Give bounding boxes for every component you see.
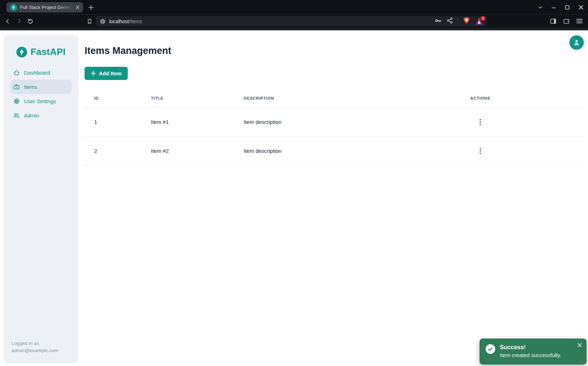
user-icon [572, 38, 581, 47]
sidebar-nav: Dashboard Items User Settings [4, 65, 78, 122]
toolbar-bottom-strip [0, 28, 588, 30]
brand-logo: FastAPI [4, 46, 78, 57]
url-path: /items [129, 19, 142, 24]
maximize-icon[interactable] [564, 5, 570, 10]
minimize-icon[interactable] [551, 5, 557, 10]
column-header-description: DESCRIPTION [244, 96, 470, 107]
key-icon[interactable] [435, 17, 442, 26]
sidebar-panel-icon[interactable] [549, 17, 557, 25]
brand-name: FastAPI [30, 46, 65, 57]
lightning-bolt-icon [16, 47, 27, 57]
table-header-row: ID TITLE DESCRIPTION ACTIONS [85, 96, 584, 107]
tab-title: Full Stack Project Genera [20, 5, 75, 10]
lightning-bolt-favicon-icon [10, 4, 17, 11]
column-header-id: ID [85, 96, 151, 107]
sidebar-item-user-settings[interactable]: User Settings [10, 94, 72, 108]
wallet-icon[interactable] [563, 17, 570, 25]
table-row: 2 Item #2 Item description [85, 136, 584, 165]
close-icon [577, 343, 582, 347]
page-title: Items Management [85, 30, 584, 56]
window-controls [537, 0, 584, 15]
kebab-menu-icon [480, 119, 481, 125]
logged-in-label: Logged in as: [11, 340, 75, 347]
sidebar-item-dashboard[interactable]: Dashboard [10, 65, 72, 80]
kebab-menu-icon [480, 148, 481, 154]
site-info-icon[interactable] [100, 19, 106, 24]
toast-text: Success! Item created successfully. [500, 343, 561, 360]
home-icon [13, 69, 20, 76]
cell-description: Item description [244, 136, 470, 165]
cell-title: Item #2 [151, 136, 244, 165]
rewards-notification-badge: 1 [481, 16, 485, 21]
gear-icon [13, 98, 20, 105]
table-row: 1 Item #1 Item description [85, 107, 584, 136]
address-bar-actions: 1 [435, 16, 483, 26]
url-host: localhost [109, 19, 129, 24]
toast-title: Success! [500, 343, 561, 351]
brave-rewards-icon[interactable]: 1 [475, 17, 483, 25]
briefcase-icon [13, 84, 20, 90]
close-window-icon[interactable] [578, 5, 584, 10]
toolbar-right-actions [549, 17, 583, 25]
back-button[interactable] [4, 17, 11, 25]
divider [458, 18, 458, 25]
logged-in-email: admin@example.com [11, 347, 75, 354]
success-toast: Success! Item created successfully. [480, 339, 587, 365]
items-table: ID TITLE DESCRIPTION ACTIONS 1 Item #1 I… [85, 96, 584, 165]
cell-title: Item #1 [151, 107, 244, 136]
cell-description: Item description [244, 107, 470, 136]
address-bar[interactable]: localhost/items [96, 16, 487, 26]
tab-search-chevron-icon[interactable] [537, 5, 543, 10]
sidebar-item-items[interactable]: Items [10, 80, 72, 94]
bookmark-icon[interactable] [86, 17, 93, 25]
app-content: FastAPI Dashboard Items [0, 30, 588, 366]
plus-icon [88, 5, 94, 10]
users-icon [13, 112, 20, 119]
toast-message: Item created successfully. [500, 351, 561, 360]
forward-button[interactable] [15, 17, 23, 25]
menu-icon[interactable] [576, 17, 583, 25]
check-circle-icon [486, 344, 495, 355]
brave-shield-icon[interactable] [463, 16, 470, 26]
browser-tab-bar: Full Stack Project Genera [0, 0, 588, 15]
user-avatar-button[interactable] [569, 35, 584, 50]
share-icon[interactable] [446, 17, 453, 25]
main-panel: Items Management Add Item ID TITLE DESCR… [78, 30, 588, 366]
add-item-button[interactable]: Add Item [85, 67, 128, 80]
tab-close-icon[interactable] [75, 5, 80, 10]
sidebar: FastAPI Dashboard Items [4, 35, 78, 364]
cell-id: 2 [85, 136, 151, 165]
new-tab-button[interactable] [87, 3, 95, 11]
row-actions-button[interactable] [475, 146, 485, 156]
toast-close-button[interactable] [576, 342, 583, 348]
reload-button[interactable] [27, 17, 34, 25]
browser-tab[interactable]: Full Stack Project Genera [6, 2, 83, 12]
cell-id: 1 [85, 107, 151, 136]
sidebar-item-admin[interactable]: Admin [10, 108, 72, 122]
logged-in-info: Logged in as: admin@example.com [4, 340, 78, 364]
row-actions-button[interactable] [475, 117, 485, 127]
browser-toolbar: localhost/items [0, 15, 588, 28]
column-header-actions: ACTIONS [470, 96, 584, 107]
plus-icon [91, 71, 96, 76]
column-header-title: TITLE [151, 96, 244, 107]
